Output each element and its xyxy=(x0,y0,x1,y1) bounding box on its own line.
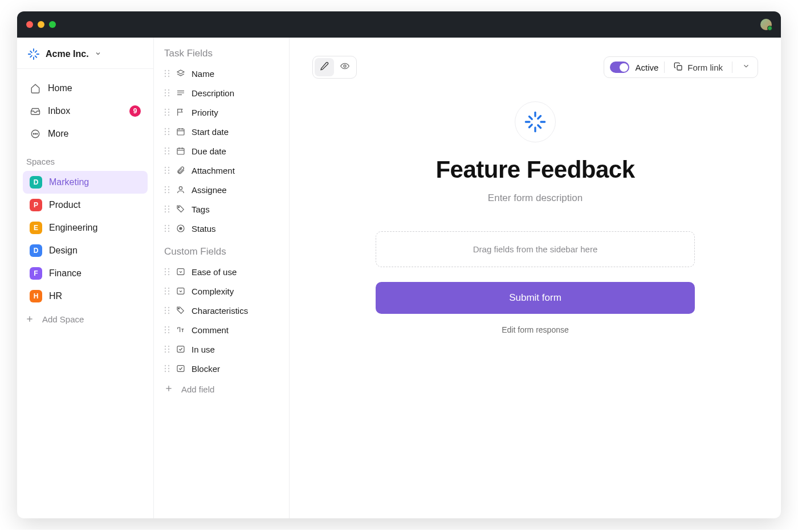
drag-handle-icon[interactable] xyxy=(164,108,170,116)
drag-handle-icon[interactable] xyxy=(164,147,170,155)
svg-rect-3 xyxy=(36,54,40,55)
space-item-design[interactable]: DDesign xyxy=(23,239,148,262)
edit-mode-button[interactable] xyxy=(315,58,334,76)
svg-point-120 xyxy=(168,368,169,369)
inbox-icon xyxy=(30,105,41,117)
svg-point-25 xyxy=(168,95,169,96)
field-characteristics[interactable]: Characteristics xyxy=(154,301,289,320)
drag-handle-icon[interactable] xyxy=(164,268,170,276)
edit-response-link[interactable]: Edit form response xyxy=(376,325,695,334)
tag-icon xyxy=(176,305,186,316)
field-status[interactable]: Status xyxy=(154,219,289,238)
svg-point-112 xyxy=(165,349,166,350)
field-complexity[interactable]: Complexity xyxy=(154,281,289,301)
add-field-button[interactable]: Add field xyxy=(154,378,289,400)
user-icon xyxy=(176,185,186,195)
field-due-date[interactable]: Due date xyxy=(154,141,289,161)
space-label: Product xyxy=(49,200,80,210)
maximize-window[interactable] xyxy=(49,21,56,28)
submit-button[interactable]: Submit form xyxy=(376,282,695,314)
field-label: Blocker xyxy=(192,364,220,374)
svg-point-84 xyxy=(168,268,169,269)
svg-point-50 xyxy=(168,153,169,154)
fields-dropzone[interactable]: Drag fields from the sidebar here xyxy=(376,231,695,267)
svg-rect-51 xyxy=(177,148,184,154)
svg-rect-2 xyxy=(28,54,31,55)
field-attachment[interactable]: Attachment xyxy=(154,161,289,180)
field-label: Ease of use xyxy=(192,267,237,277)
fields-panel: Task Fields NameDescriptionPriorityStart… xyxy=(154,38,290,518)
space-item-marketing[interactable]: DMarketing xyxy=(23,171,148,194)
field-name[interactable]: Name xyxy=(154,64,289,83)
svg-point-79 xyxy=(165,231,166,232)
drag-handle-icon[interactable] xyxy=(164,326,170,334)
svg-point-101 xyxy=(165,313,166,314)
svg-rect-116 xyxy=(177,346,184,353)
nav-inbox[interactable]: Inbox 9 xyxy=(23,100,148,122)
form-title[interactable]: Feature Feedback xyxy=(376,156,695,183)
drag-handle-icon[interactable] xyxy=(164,89,170,97)
field-priority[interactable]: Priority xyxy=(154,103,289,122)
field-description[interactable]: Description xyxy=(154,83,289,103)
svg-point-29 xyxy=(165,109,166,110)
plus-icon xyxy=(24,313,35,325)
avatar[interactable] xyxy=(760,19,772,30)
spaces-list: DMarketingPProductEEngineeringDDesignFFi… xyxy=(17,171,153,308)
space-item-finance[interactable]: FFinance xyxy=(23,262,148,285)
space-item-product[interactable]: PProduct xyxy=(23,194,148,216)
drag-handle-icon[interactable] xyxy=(164,205,170,213)
svg-point-39 xyxy=(165,134,166,135)
more-options-button[interactable] xyxy=(738,59,754,75)
field-start-date[interactable]: Start date xyxy=(154,122,289,141)
pencil-icon xyxy=(320,62,329,73)
field-label: In use xyxy=(192,345,215,354)
workspace-switcher[interactable]: Acme Inc. xyxy=(17,38,153,69)
form-description-placeholder[interactable]: Enter form description xyxy=(376,193,695,204)
drag-handle-icon[interactable] xyxy=(164,128,170,136)
nav-home[interactable]: Home xyxy=(23,77,148,100)
field-in-use[interactable]: In use xyxy=(154,339,289,359)
svg-point-60 xyxy=(168,173,169,174)
drag-handle-icon[interactable] xyxy=(164,306,170,314)
spaces-heading: Spaces xyxy=(17,145,153,171)
form-link-button[interactable]: Form link xyxy=(670,60,726,75)
plus-icon xyxy=(164,384,173,395)
nav-more[interactable]: More xyxy=(23,122,148,145)
minimize-window[interactable] xyxy=(38,21,44,28)
task-fields-heading: Task Fields xyxy=(154,48,289,64)
field-blocker[interactable]: Blocker xyxy=(154,359,289,378)
svg-point-35 xyxy=(165,128,166,129)
drag-handle-icon[interactable] xyxy=(164,186,170,194)
drag-handle-icon[interactable] xyxy=(164,345,170,353)
drag-handle-icon[interactable] xyxy=(164,224,170,232)
svg-point-69 xyxy=(168,206,169,207)
svg-point-10 xyxy=(35,133,36,134)
svg-point-18 xyxy=(165,76,166,77)
add-space-button[interactable]: Add Space xyxy=(17,308,153,330)
field-label: Complexity xyxy=(192,287,234,296)
active-toggle[interactable] xyxy=(610,62,629,73)
svg-point-61 xyxy=(165,186,166,187)
space-item-hr[interactable]: HHR xyxy=(23,285,148,308)
home-icon xyxy=(30,83,41,94)
form-controls: Active Form link xyxy=(604,56,758,78)
svg-rect-0 xyxy=(33,48,34,52)
close-window[interactable] xyxy=(26,21,33,28)
field-tags[interactable]: Tags xyxy=(154,199,289,219)
field-assignee[interactable]: Assignee xyxy=(154,180,289,199)
form-logo[interactable] xyxy=(515,101,556,142)
drag-handle-icon[interactable] xyxy=(164,287,170,295)
svg-point-110 xyxy=(165,346,166,347)
svg-rect-133 xyxy=(528,123,533,128)
svg-point-46 xyxy=(168,148,169,149)
preview-mode-button[interactable] xyxy=(335,58,355,76)
drag-handle-icon[interactable] xyxy=(164,69,170,77)
drag-handle-icon[interactable] xyxy=(164,166,170,174)
field-comment[interactable]: Comment xyxy=(154,320,289,339)
space-item-engineering[interactable]: EEngineering xyxy=(23,216,148,239)
titlebar xyxy=(17,11,781,38)
drag-handle-icon[interactable] xyxy=(164,365,170,373)
svg-point-94 xyxy=(165,293,166,294)
svg-point-38 xyxy=(168,131,169,132)
field-ease-of-use[interactable]: Ease of use xyxy=(154,262,289,281)
